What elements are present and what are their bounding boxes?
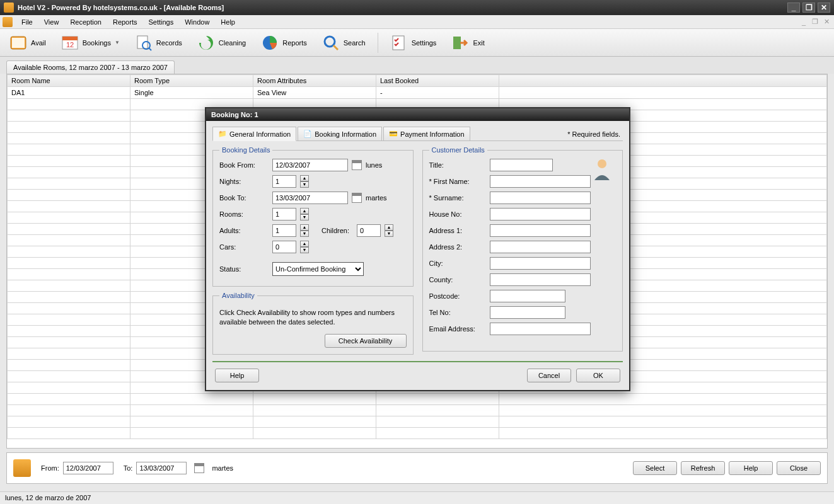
tab-available-rooms[interactable]: Available Rooms, 12 marzo 2007 - 13 marz…: [6, 60, 175, 74]
booking-details-group: Booking Details Book From: lunes Nights:…: [212, 146, 414, 287]
from-date-input[interactable]: [63, 462, 113, 474]
menu-window[interactable]: Window: [180, 17, 214, 27]
menu-file[interactable]: File: [16, 17, 38, 27]
to-label: To:: [124, 464, 133, 472]
page-icon: 📄: [303, 130, 312, 138]
table-row-empty: [8, 428, 827, 439]
mdi-restore-icon[interactable]: ❐: [810, 18, 820, 26]
book-to-input[interactable]: [272, 192, 348, 204]
magnifier-page-icon: [135, 34, 153, 52]
city-input[interactable]: [490, 257, 591, 270]
address2-input[interactable]: [490, 241, 591, 253]
recycle-icon: [197, 34, 215, 52]
bookings-label: Bookings: [83, 39, 111, 47]
refresh-button[interactable]: Refresh: [681, 461, 725, 475]
svg-point-13: [598, 159, 606, 168]
maximize-button[interactable]: ❐: [802, 3, 815, 13]
calendar-icon[interactable]: [352, 160, 362, 170]
search-label: Search: [344, 39, 366, 47]
search-button[interactable]: Search: [316, 32, 371, 54]
to-date-input[interactable]: [136, 462, 187, 474]
dialog-cancel-button[interactable]: Cancel: [527, 369, 571, 382]
close-button[interactable]: ✕: [818, 3, 830, 13]
cars-input[interactable]: [272, 241, 296, 253]
mdi-close-icon[interactable]: ✕: [821, 18, 831, 26]
tab-general-info[interactable]: 📁 General Information: [212, 127, 296, 141]
children-spinner[interactable]: ▲▼: [385, 224, 393, 237]
svg-text:12: 12: [66, 41, 74, 49]
firstname-input[interactable]: [490, 175, 591, 188]
col-last-booked[interactable]: Last Booked: [376, 75, 499, 87]
dialog-tabs: 📁 General Information 📄 Booking Informat…: [212, 126, 623, 141]
title-input[interactable]: [490, 159, 553, 171]
svg-rect-12: [453, 37, 461, 49]
cars-label: Cars:: [219, 243, 269, 251]
tab-booking-info[interactable]: 📄 Booking Information: [298, 127, 382, 140]
select-button[interactable]: Select: [633, 461, 677, 475]
check-availability-button[interactable]: Check Availability: [325, 334, 407, 348]
table-row[interactable]: DA1 Single Sea View -: [8, 87, 827, 99]
svg-rect-3: [62, 37, 78, 40]
cleaning-button[interactable]: Cleaning: [192, 32, 252, 54]
cars-spinner[interactable]: ▲▼: [300, 241, 309, 253]
window-controls: _ ❐ ✕: [787, 3, 830, 13]
records-button[interactable]: Records: [129, 32, 188, 54]
email-label: Email Address:: [429, 325, 486, 333]
houseno-input[interactable]: [490, 208, 591, 220]
close-button[interactable]: Close: [777, 461, 821, 475]
avail-button[interactable]: Avail: [4, 32, 52, 54]
titlebar: Hotel V2 - Powered By hotelsystems.co.uk…: [0, 0, 834, 15]
address1-input[interactable]: [490, 224, 591, 237]
col-room-type[interactable]: Room Type: [130, 75, 253, 87]
calendar-picker-icon[interactable]: [194, 463, 204, 473]
calendar-icon[interactable]: [352, 193, 362, 203]
col-room-attributes[interactable]: Room Attributes: [253, 75, 376, 87]
email-input[interactable]: [490, 323, 591, 335]
to-day-label: martes: [212, 464, 233, 472]
menu-reception[interactable]: Reception: [65, 17, 107, 27]
status-select[interactable]: Un-Confirmed Booking: [272, 262, 364, 276]
nights-spinner[interactable]: ▲▼: [300, 175, 309, 188]
menu-help[interactable]: Help: [216, 17, 240, 27]
surname-label: * Surname:: [429, 194, 486, 202]
book-from-input[interactable]: [272, 159, 348, 171]
col-room-name[interactable]: Room Name: [8, 75, 130, 87]
reports-button[interactable]: Reports: [255, 32, 313, 54]
toolbar: Avail 12 Bookings ▼ Records Cleaning Rep…: [0, 29, 834, 57]
tab-payment-info[interactable]: 💳 Payment Information: [383, 127, 470, 140]
mdi-minimize-icon[interactable]: _: [799, 18, 809, 26]
county-input[interactable]: [490, 273, 591, 286]
bookings-button[interactable]: 12 Bookings ▼: [55, 32, 125, 54]
booking-dialog: Booking No: 1 📁 General Information 📄 Bo…: [205, 107, 630, 391]
houseno-label: House No:: [429, 210, 486, 218]
exit-button[interactable]: Exit: [446, 32, 490, 54]
title-label: Title:: [429, 161, 486, 169]
postcode-label: Postcode:: [429, 292, 486, 300]
surname-input[interactable]: [490, 192, 591, 204]
book-from-day: lunes: [366, 161, 382, 169]
records-label: Records: [156, 39, 182, 47]
dialog-title: Booking No: 1: [206, 108, 629, 121]
rooms-input[interactable]: [272, 208, 296, 220]
dialog-ok-button[interactable]: OK: [576, 369, 620, 382]
calendar-icon: 12: [61, 34, 79, 52]
minimize-button[interactable]: _: [787, 3, 800, 13]
exit-label: Exit: [473, 39, 484, 47]
menu-settings[interactable]: Settings: [143, 17, 178, 27]
table-row-empty: [8, 416, 827, 428]
firstname-label: * First Name:: [429, 178, 486, 185]
avail-label: Avail: [31, 39, 46, 47]
adults-spinner[interactable]: ▲▼: [300, 224, 309, 237]
settings-button[interactable]: Settings: [385, 32, 443, 54]
help-button[interactable]: Help: [729, 461, 773, 475]
rooms-spinner[interactable]: ▲▼: [300, 208, 309, 220]
book-icon: [13, 459, 31, 477]
children-input[interactable]: [357, 224, 381, 237]
dialog-help-button[interactable]: Help: [215, 369, 259, 382]
postcode-input[interactable]: [490, 290, 565, 302]
menu-view[interactable]: View: [39, 17, 64, 27]
nights-input[interactable]: [272, 175, 296, 188]
adults-input[interactable]: [272, 224, 296, 237]
menu-reports[interactable]: Reports: [108, 17, 142, 27]
tel-input[interactable]: [490, 306, 565, 319]
